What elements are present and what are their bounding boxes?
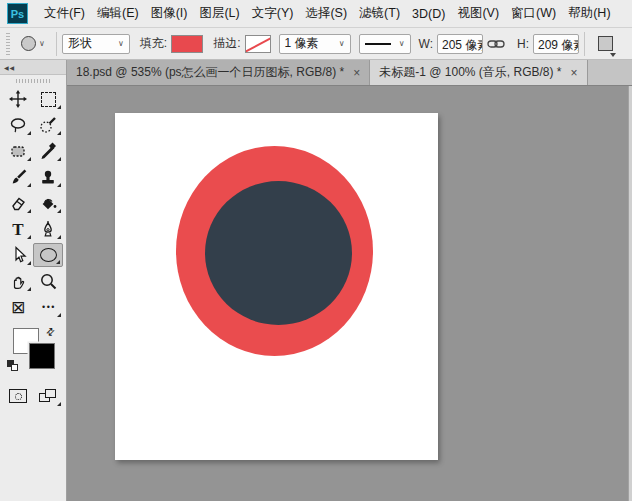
zoom-tool[interactable]	[33, 269, 63, 293]
clone-stamp-icon	[38, 167, 58, 187]
quick-mask-button[interactable]	[3, 384, 33, 408]
tab-title: 18.psd @ 535% (ps怎么画一个日历图标, RGB/8) *	[76, 64, 344, 81]
options-separator	[56, 32, 57, 56]
close-icon[interactable]: ×	[353, 67, 360, 79]
quick-selection-tool[interactable]	[33, 113, 63, 137]
menu-file[interactable]: 文件(F)	[38, 0, 91, 28]
height-label: H:	[517, 37, 529, 51]
menu-type[interactable]: 文字(Y)	[246, 0, 300, 28]
menu-layer[interactable]: 图层(L)	[193, 0, 245, 28]
menu-3d[interactable]: 3D(D)	[406, 0, 451, 28]
fill-label: 填充:	[140, 35, 167, 52]
screen-mode-icon	[39, 389, 57, 403]
menu-image[interactable]: 图像(I)	[145, 0, 194, 28]
default-colors-icon[interactable]	[7, 360, 19, 372]
edit-toolbar-button[interactable]: •••	[33, 295, 63, 319]
menu-help[interactable]: 帮助(H)	[562, 0, 616, 28]
document-canvas[interactable]	[115, 113, 438, 460]
tools-grid: T	[0, 86, 66, 320]
link-dimensions-icon[interactable]	[487, 38, 505, 50]
tools-panel-header[interactable]: ◀◀	[0, 60, 66, 75]
color-swatches: ⇄	[0, 326, 66, 378]
options-separator	[584, 32, 585, 56]
type-tool[interactable]: T	[3, 217, 33, 241]
tools-drag-handle[interactable]	[0, 75, 66, 86]
photoshop-logo: Ps	[7, 3, 28, 24]
screen-mode-button[interactable]	[33, 384, 63, 408]
tool-preset-picker[interactable]: ∨	[15, 36, 51, 51]
paint-bucket-tool[interactable]	[33, 191, 63, 215]
marquee-icon	[41, 92, 56, 107]
hand-tool[interactable]	[3, 269, 33, 293]
ellipse-tool[interactable]	[33, 243, 63, 267]
options-grip-handle[interactable]	[4, 33, 11, 55]
mask-mode-row	[0, 384, 66, 408]
tab-untitled-1[interactable]: 未标题-1 @ 100% (音乐, RGB/8) * ×	[370, 60, 587, 85]
document-area: 18.psd @ 535% (ps怎么画一个日历图标, RGB/8) * × 未…	[67, 60, 632, 501]
quick-mask-icon	[9, 389, 27, 403]
move-tool[interactable]	[3, 87, 33, 111]
document-tab-bar: 18.psd @ 535% (ps怎么画一个日历图标, RGB/8) * × 未…	[67, 60, 632, 86]
pen-icon	[38, 219, 58, 239]
move-icon	[8, 89, 28, 109]
close-icon[interactable]: ×	[571, 67, 578, 79]
patch-icon	[8, 141, 28, 161]
path-operations-icon[interactable]	[598, 36, 613, 51]
width-input[interactable]: 205 像素	[437, 34, 483, 54]
selection-arrow-icon	[8, 245, 28, 265]
stroke-width-select[interactable]: 1 像素 ∨	[279, 34, 351, 54]
tab-18psd[interactable]: 18.psd @ 535% (ps怎么画一个日历图标, RGB/8) * ×	[67, 60, 370, 85]
chevron-down-icon: ∨	[118, 40, 124, 48]
menu-window[interactable]: 窗口(W)	[505, 0, 562, 28]
clone-stamp-tool[interactable]	[33, 165, 63, 189]
quick-selection-icon	[38, 115, 58, 135]
eyedropper-tool[interactable]	[33, 139, 63, 163]
lasso-tool[interactable]	[3, 113, 33, 137]
collapse-panel-icon[interactable]: ◀◀	[4, 64, 15, 71]
eyedropper-icon	[38, 141, 58, 161]
workspace: ◀◀	[0, 60, 632, 501]
magnifier-icon	[38, 271, 58, 291]
eraser-tool[interactable]	[3, 191, 33, 215]
eraser-icon	[8, 193, 28, 213]
solid-line-icon	[365, 43, 391, 45]
type-tool-icon: T	[12, 221, 23, 238]
ellipse-icon	[40, 248, 57, 262]
ellipse-tool-icon	[21, 36, 36, 51]
menu-edit[interactable]: 编辑(E)	[91, 0, 145, 28]
chevron-down-icon: ∨	[339, 40, 345, 48]
stroke-style-select[interactable]: ∨	[359, 34, 411, 54]
tool-mode-select[interactable]: 形状 ∨	[62, 34, 130, 54]
stroke-label: 描边:	[213, 35, 240, 52]
pen-tool[interactable]	[33, 217, 63, 241]
patch-tool[interactable]	[3, 139, 33, 163]
brush-tool[interactable]	[3, 165, 33, 189]
chevron-down-icon: ∨	[399, 40, 405, 48]
ellipsis-icon: •••	[40, 303, 56, 312]
tab-title: 未标题-1 @ 100% (音乐, RGB/8) *	[379, 64, 561, 81]
menu-filter[interactable]: 滤镜(T)	[353, 0, 406, 28]
lasso-icon	[8, 115, 28, 135]
dark-inner-circle-shape[interactable]	[205, 181, 352, 325]
box-x-tool[interactable]: ⊠	[3, 295, 33, 319]
stroke-color-swatch[interactable]	[245, 35, 271, 53]
tool-mode-value: 形状	[68, 35, 92, 52]
menu-view[interactable]: 视图(V)	[451, 0, 505, 28]
tools-panel: ◀◀	[0, 60, 67, 501]
panel-dock-edge	[628, 86, 632, 501]
menu-select[interactable]: 选择(S)	[299, 0, 353, 28]
hand-icon	[8, 271, 28, 291]
tool-options-bar: ∨ 形状 ∨ 填充: 描边: 1 像素 ∨ ∨ W: 205 像素 H: 209…	[0, 28, 632, 60]
direct-selection-tool[interactable]	[3, 243, 33, 267]
stroke-width-value: 1 像素	[285, 35, 319, 52]
fill-color-swatch[interactable]	[171, 35, 203, 53]
pasteboard	[67, 86, 632, 501]
width-label: W:	[419, 37, 433, 51]
box-x-icon: ⊠	[11, 299, 25, 316]
rectangular-marquee-tool[interactable]	[33, 87, 63, 111]
background-color-swatch[interactable]	[29, 343, 55, 369]
height-input[interactable]: 209 像素	[533, 34, 579, 54]
brush-icon	[8, 167, 28, 187]
chevron-down-icon: ∨	[39, 40, 45, 48]
swap-colors-icon[interactable]: ⇄	[43, 325, 57, 339]
